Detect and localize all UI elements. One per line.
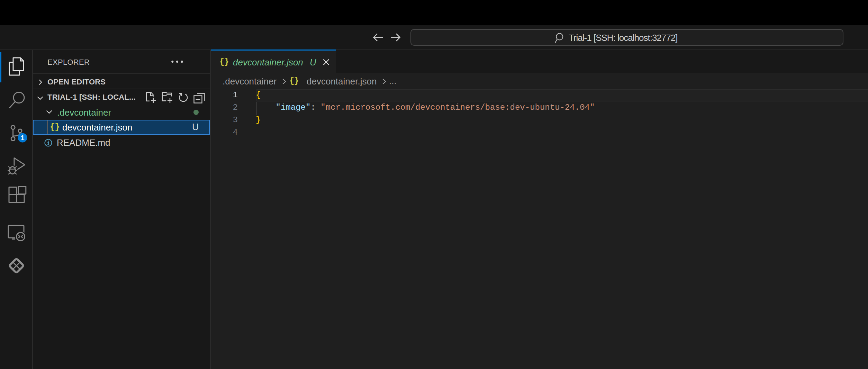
svg-text:1: 1 bbox=[20, 134, 24, 142]
